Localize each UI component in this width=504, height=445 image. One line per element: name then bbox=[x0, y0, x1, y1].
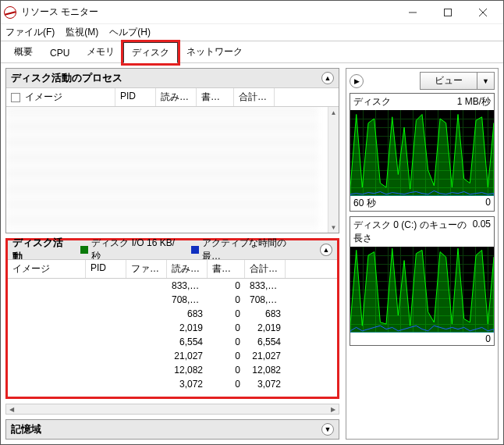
chart-x-right: 0 bbox=[485, 197, 491, 210]
checkbox-all[interactable] bbox=[11, 93, 20, 102]
table-body-activity: 833,7…0833,7…708,8…0708,8…68306832,01902… bbox=[8, 279, 337, 397]
table-header-activity: イメージ PID ファイル 読み取… 書き込… 合計 (… bbox=[8, 259, 337, 279]
scrollbar[interactable]: ▲ ▼ bbox=[328, 107, 339, 233]
cell-write: 0 bbox=[208, 293, 245, 307]
chart-scale: 1 MB/秒 bbox=[457, 95, 491, 109]
cell-read: 3,072 bbox=[167, 377, 208, 391]
table-row[interactable]: 708,8…0708,8… bbox=[8, 293, 337, 307]
cell-read: 708,8… bbox=[167, 293, 208, 307]
collapse-icon[interactable]: ▲ bbox=[320, 244, 332, 256]
panel-storage: 記憶域 ▼ bbox=[5, 419, 339, 440]
chevron-down-icon[interactable]: ▼ bbox=[477, 72, 495, 90]
panel-header-processes[interactable]: ディスク活動のプロセス ▲ bbox=[6, 69, 339, 87]
view-dropdown[interactable]: ビュー ▼ bbox=[420, 72, 495, 90]
tabbar: 概要 CPU メモリ ディスク ネットワーク bbox=[1, 41, 503, 63]
cell-total: 3,072 bbox=[245, 377, 286, 391]
cell-read: 6,554 bbox=[167, 335, 208, 349]
scroll-right-icon[interactable]: ▶ bbox=[328, 404, 339, 415]
tab-memory[interactable]: メモリ bbox=[78, 41, 123, 62]
cell-read: 21,027 bbox=[167, 349, 208, 363]
scroll-up-icon[interactable]: ▲ bbox=[328, 107, 339, 118]
cell-write: 0 bbox=[208, 335, 245, 349]
sidebar-collapse-icon[interactable]: ▶ bbox=[350, 74, 364, 88]
menu-file[interactable]: ファイル(F) bbox=[5, 26, 55, 39]
table-row[interactable]: 2,01902,019 bbox=[8, 321, 337, 335]
table-body-processes: ▲ ▼ bbox=[6, 107, 339, 233]
tab-network[interactable]: ネットワーク bbox=[178, 41, 251, 62]
panel-header-activity[interactable]: ディスク活動 ディスク I/O 16 KB/秒 アクティブな時間の最… ▲ bbox=[8, 240, 337, 259]
cell-total: 21,027 bbox=[245, 349, 286, 363]
table-header-processes: イメージ PID 読み取… 書き込… 合計 (… bbox=[6, 87, 339, 107]
chart-scale: 0.05 bbox=[473, 219, 491, 245]
legend-swatch-green bbox=[80, 246, 88, 254]
charts-sidebar: ▶ ビュー ▼ ディスク1 MB/秒60 秒0ディスク 0 (C:) のキューの… bbox=[346, 68, 499, 440]
chart-title: ディスク 0 (C:) のキューの長さ bbox=[353, 219, 473, 245]
window-title: リソース モニター bbox=[21, 5, 395, 19]
cell-read: 12,082 bbox=[167, 363, 208, 377]
col-pid[interactable]: PID bbox=[86, 260, 126, 278]
col-image[interactable]: イメージ bbox=[6, 88, 115, 106]
col-file[interactable]: ファイル bbox=[126, 260, 167, 278]
panel-title: ディスク活動のプロセス bbox=[11, 71, 122, 85]
col-write[interactable]: 書き込… bbox=[197, 88, 234, 106]
cell-total: 12,082 bbox=[245, 363, 286, 377]
table-row[interactable]: 21,027021,027 bbox=[8, 349, 337, 363]
cell-total: 683 bbox=[245, 307, 286, 321]
cell-write: 0 bbox=[208, 307, 245, 321]
panel-title: 記憶域 bbox=[11, 422, 41, 436]
maximize-button[interactable] bbox=[430, 1, 465, 24]
tab-cpu[interactable]: CPU bbox=[41, 44, 78, 62]
cell-write: 0 bbox=[208, 363, 245, 377]
view-button[interactable]: ビュー bbox=[420, 72, 477, 90]
cell-total: 6,554 bbox=[245, 335, 286, 349]
menubar: ファイル(F) 監視(M) ヘルプ(H) bbox=[1, 24, 503, 41]
col-read[interactable]: 読み取… bbox=[156, 88, 197, 106]
chart-x-right: 0 bbox=[485, 333, 491, 344]
table-row[interactable]: 833,7…0833,7… bbox=[8, 279, 337, 293]
cell-write: 0 bbox=[208, 321, 245, 335]
tab-overview[interactable]: 概要 bbox=[5, 41, 41, 62]
cell-read: 2,019 bbox=[167, 321, 208, 335]
table-row[interactable]: 6,55406,554 bbox=[8, 335, 337, 349]
cell-total: 833,7… bbox=[245, 279, 286, 293]
table-row[interactable]: 3,07203,072 bbox=[8, 377, 337, 391]
app-icon bbox=[4, 6, 16, 19]
h-scrollbar[interactable]: ◀ ▶ bbox=[5, 404, 339, 415]
cell-total: 708,8… bbox=[245, 293, 286, 307]
table-row[interactable]: 12,082012,082 bbox=[8, 363, 337, 377]
expand-icon[interactable]: ▼ bbox=[321, 423, 334, 436]
cell-write: 0 bbox=[208, 279, 245, 293]
collapse-icon[interactable]: ▲ bbox=[321, 72, 334, 84]
col-read[interactable]: 読み取… bbox=[167, 260, 208, 278]
table-row[interactable]: 6830683 bbox=[8, 307, 337, 321]
chart-title: ディスク bbox=[353, 95, 391, 109]
col-pid[interactable]: PID bbox=[115, 88, 156, 106]
legend-swatch-blue bbox=[191, 246, 199, 254]
cell-write: 0 bbox=[208, 349, 245, 363]
titlebar: リソース モニター bbox=[1, 1, 503, 24]
minimize-button[interactable] bbox=[395, 1, 430, 24]
menu-monitor[interactable]: 監視(M) bbox=[66, 26, 98, 39]
chart-x-left: 60 秒 bbox=[353, 197, 376, 210]
close-button[interactable] bbox=[465, 1, 500, 24]
cell-read: 683 bbox=[167, 307, 208, 321]
col-total[interactable]: 合計 (… bbox=[234, 88, 275, 106]
cell-write: 0 bbox=[208, 377, 245, 391]
col-write[interactable]: 書き込… bbox=[208, 260, 245, 278]
chart-disk: ディスク1 MB/秒60 秒0 bbox=[350, 93, 495, 212]
chart-disk0-queue: ディスク 0 (C:) のキューの長さ0.050 bbox=[350, 216, 495, 346]
panel-disk-processes: ディスク活動のプロセス ▲ イメージ PID 読み取… 書き込… 合計 (… ▲… bbox=[5, 68, 339, 233]
cell-read: 833,7… bbox=[167, 279, 208, 293]
scroll-left-icon[interactable]: ◀ bbox=[6, 404, 17, 415]
panel-header-storage[interactable]: 記憶域 ▼ bbox=[6, 420, 339, 439]
panel-disk-activity: ディスク活動 ディスク I/O 16 KB/秒 アクティブな時間の最… ▲ イメ… bbox=[5, 238, 339, 399]
svg-rect-1 bbox=[444, 9, 451, 16]
tab-disk[interactable]: ディスク bbox=[123, 42, 178, 63]
cell-total: 2,019 bbox=[245, 321, 286, 335]
col-total[interactable]: 合計 (… bbox=[245, 260, 286, 278]
scroll-down-icon[interactable]: ▼ bbox=[328, 222, 339, 233]
menu-help[interactable]: ヘルプ(H) bbox=[109, 26, 151, 39]
col-image[interactable]: イメージ bbox=[8, 260, 86, 278]
